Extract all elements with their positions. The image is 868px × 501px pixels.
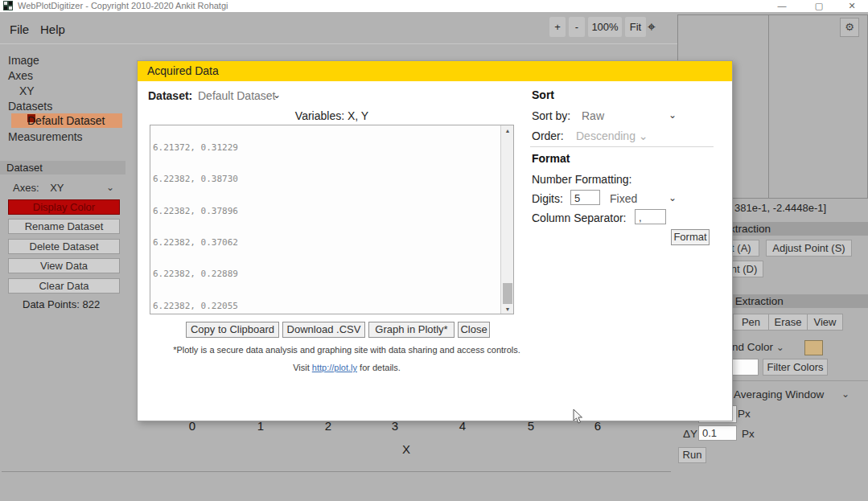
algorithm-select[interactable]: Averaging Window: [734, 388, 824, 400]
format-heading: Format: [532, 152, 570, 165]
section-divider: [530, 146, 714, 147]
digits-type-value[interactable]: Fixed: [610, 192, 637, 205]
tree-item-datasets[interactable]: Datasets: [8, 100, 52, 113]
plotly-link[interactable]: http://plot.ly: [312, 363, 357, 372]
zoom-level-button[interactable]: 100%: [588, 17, 622, 37]
tree-item-measurements[interactable]: Measurements: [8, 130, 83, 143]
dialog-title-bar[interactable]: Acquired Data: [138, 61, 732, 81]
dataset-field-value[interactable]: Default Dataset: [198, 89, 276, 102]
minimize-icon[interactable]: —: [774, 0, 790, 11]
tree-item-axes[interactable]: Axes: [8, 69, 33, 82]
chevron-down-icon: ⌄: [776, 342, 784, 353]
algorithm-value: Averaging Window: [734, 388, 824, 400]
axes-value: XY: [50, 182, 64, 194]
number-formatting-label: Number Formatting:: [532, 173, 631, 186]
image-edge-line: [2, 471, 671, 472]
dataset-panel-header: Dataset: [0, 161, 125, 175]
digits-label: Digits:: [532, 192, 563, 205]
filter-colors-button[interactable]: Filter Colors: [763, 359, 828, 376]
menu-file[interactable]: File: [10, 23, 29, 36]
maximize-icon[interactable]: ▢: [811, 0, 827, 11]
scrollbar[interactable]: ▲ ▼: [500, 125, 513, 314]
data-points-count: Data Points: 822: [23, 298, 100, 310]
mask-view-button[interactable]: View: [807, 314, 843, 331]
window-title: WebPlotDigitizer - Copyright 2010-2020 A…: [18, 1, 228, 10]
order-value: Descending ⌄: [576, 129, 648, 142]
download-csv-button[interactable]: Download .CSV: [282, 322, 365, 338]
chevron-down-icon: ⌄: [841, 388, 849, 400]
delta-x-unit: Px: [738, 408, 751, 420]
x-axis-label: X: [402, 442, 410, 456]
app-logo-icon: [3, 1, 13, 10]
delta-y-input[interactable]: 0.1: [698, 425, 737, 441]
chevron-down-icon: ⌄: [668, 109, 677, 121]
order-label: Order:: [532, 129, 564, 142]
close-button[interactable]: Close: [458, 322, 490, 338]
run-button[interactable]: Run: [678, 447, 706, 463]
mask-erase-button[interactable]: Erase: [768, 314, 808, 331]
delta-y-label: ΔY: [683, 428, 697, 440]
rename-dataset-button[interactable]: Rename Dataset: [8, 219, 120, 234]
delta-y-unit: Px: [742, 428, 755, 440]
axes-select[interactable]: Axes: XY ⌄: [13, 182, 64, 194]
sort-by-label: Sort by:: [532, 109, 570, 122]
zoom-out-button[interactable]: -: [569, 17, 585, 37]
visit-footnote: Visit http://plot.ly for details.: [138, 363, 556, 372]
display-color-button[interactable]: Display Color: [8, 199, 120, 215]
digits-input[interactable]: 5: [570, 190, 600, 205]
visit-prefix: Visit: [293, 363, 310, 372]
default-dataset-label: Default Dataset: [27, 114, 105, 127]
column-separator-input[interactable]: ,: [635, 209, 666, 224]
tree-item-xy[interactable]: XY: [19, 84, 35, 97]
format-button[interactable]: Format: [671, 229, 710, 245]
scroll-up-icon[interactable]: ▲: [501, 128, 514, 133]
tree-item-image[interactable]: Image: [8, 54, 39, 67]
mask-pen-button[interactable]: Pen: [733, 314, 769, 331]
scroll-down-icon[interactable]: ▼: [501, 306, 514, 312]
dataset-field-label: Dataset:: [148, 89, 192, 102]
dialog-title: Acquired Data: [147, 64, 219, 77]
scrollbar-thumb[interactable]: [503, 283, 512, 304]
visit-suffix: for details.: [360, 363, 401, 372]
gear-icon[interactable]: ⚙: [840, 18, 859, 37]
menu-help[interactable]: Help: [40, 23, 65, 36]
data-textarea[interactable]: 6.21372, 0.31229 6.22382, 0.38730 6.2238…: [150, 125, 514, 314]
tree-item-default-dataset[interactable]: Default Dataset: [11, 113, 122, 128]
adjust-point-button[interactable]: Adjust Point (S): [766, 240, 852, 257]
chevron-down-icon: ⌄: [273, 89, 281, 101]
delete-dataset-button[interactable]: Delete Dataset: [8, 239, 120, 254]
chevron-down-icon: ⌄: [668, 192, 677, 203]
close-icon[interactable]: ✕: [844, 0, 860, 11]
mouse-cursor-icon: [573, 409, 583, 424]
sort-heading: Sort: [532, 88, 554, 101]
variables-label: Variables: X, Y: [138, 109, 526, 122]
menubar-separator: [0, 43, 678, 44]
clear-data-button[interactable]: Clear Data: [8, 278, 120, 294]
axes-label: Axes:: [13, 182, 39, 194]
title-bar: WebPlotDigitizer - Copyright 2010-2020 A…: [0, 0, 868, 12]
sort-by-value[interactable]: Raw: [582, 109, 604, 122]
cursor-position-readout: 381e-1, -2.4448e-1]: [734, 202, 826, 214]
chevron-down-icon: ⌄: [106, 182, 114, 193]
magnifier-crosshair-line: [768, 14, 769, 199]
view-data-button[interactable]: View Data: [8, 258, 120, 273]
acquired-data-dialog: Acquired Data Dataset: Default Dataset ⌄…: [137, 60, 733, 421]
pan-target-icon[interactable]: ⌖: [643, 17, 660, 37]
data-lines: 6.21372, 0.31229 6.22382, 0.38730 6.2238…: [153, 125, 500, 314]
plotly-footnote: *Plotly is a secure data analysis and gr…: [138, 345, 556, 355]
column-separator-label: Column Separator:: [532, 211, 627, 224]
graph-in-plotly-button[interactable]: Graph in Plotly*: [368, 322, 455, 338]
zoom-in-button[interactable]: +: [549, 17, 566, 37]
copy-to-clipboard-button[interactable]: Copy to Clipboard: [186, 322, 279, 338]
color-swatch[interactable]: [804, 340, 823, 355]
